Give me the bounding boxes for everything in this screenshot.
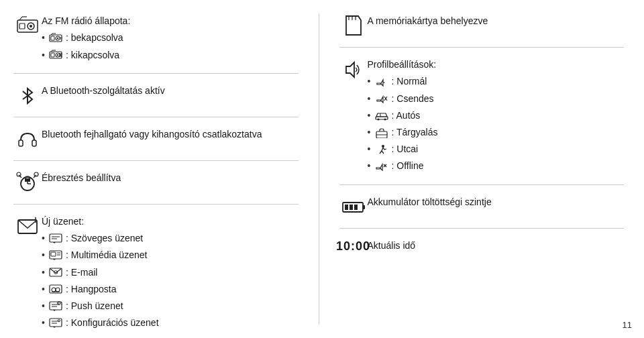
mms-item: : Multimédia üzenet	[42, 247, 299, 264]
section-time: 10:00 Aktuális idő	[339, 238, 625, 264]
alarm-icon	[13, 170, 42, 194]
new-message-list: : Szöveges üzenet : Multi	[42, 230, 299, 331]
fm-radio-content: Az FM rádió állapota:	[42, 13, 299, 64]
push-text: : Push üzenet	[66, 298, 123, 315]
svg-rect-9	[51, 36, 54, 40]
svg-rect-87	[354, 205, 358, 210]
section-bluetooth-active: A Bluetooth-szolgáltatás aktív	[13, 83, 299, 117]
section-bluetooth-device: Bluetooth fejhallgató vagy kihangosító c…	[13, 127, 299, 161]
fm-radio-list: : bekapcsolva	[42, 30, 299, 63]
svg-point-26	[17, 172, 21, 176]
new-message-content: Új üzenet: : Szöveges üzenet	[42, 214, 299, 332]
alarm-title: Ébresztés beállítva	[42, 170, 299, 185]
svg-marker-37	[53, 242, 56, 243]
bluetooth-active-title: A Bluetooth-szolgáltatás aktív	[42, 83, 299, 98]
section-memory-card: A memóriakártya behelyezve	[339, 13, 625, 48]
battery-title: Akkumulátor töltöttségi szintje	[368, 194, 625, 209]
svg-rect-20	[19, 140, 23, 146]
profile-silent-item: : Csendes	[368, 91, 625, 107]
time-value: 10:00	[336, 239, 370, 253]
fm-radio-icon	[13, 13, 42, 38]
svg-point-28	[34, 172, 38, 176]
section-battery: Akkumulátor töltöttségi szintje	[339, 194, 625, 229]
fm-on-text: : bekapcsolva	[66, 30, 123, 46]
profile-car-item: : Autós	[368, 107, 625, 124]
battery-icon	[339, 194, 368, 219]
profile-title: Profilbeállítások:	[368, 57, 625, 72]
section-profile: Profilbeállítások: : Normál	[339, 57, 625, 185]
time-title: Aktuális idő	[368, 238, 625, 253]
profile-offline-text: : Offline	[392, 158, 424, 174]
fm-on-item: : bekapcsolva	[42, 30, 299, 46]
svg-point-74	[377, 119, 379, 121]
profile-offline-item: : Offline	[368, 158, 625, 174]
svg-point-79	[382, 145, 384, 148]
voicemail-item: : Hangposta	[42, 281, 299, 298]
bluetooth-active-content: A Bluetooth-szolgáltatás aktív	[42, 83, 299, 99]
bluetooth-active-icon	[13, 83, 42, 107]
profile-list: : Normál : Csendes	[368, 73, 625, 174]
page-container: Az FM rádió állapota:	[0, 0, 644, 338]
profile-content: Profilbeállítások: : Normál	[368, 57, 625, 175]
svg-rect-85	[345, 205, 348, 210]
profile-normal-item: : Normál	[368, 73, 625, 90]
svg-point-48	[56, 288, 60, 292]
memory-card-icon	[339, 13, 368, 38]
profile-meeting-item: : Tárgyalás	[368, 124, 625, 141]
svg-point-33	[35, 221, 36, 223]
alarm-content: Ébresztés beállítva	[42, 170, 299, 186]
profile-offline-icon	[374, 160, 389, 172]
svg-marker-69	[377, 80, 383, 86]
new-message-icon	[13, 214, 42, 238]
right-column: A memóriakártya behelyezve Profilbeállít…	[319, 13, 625, 325]
svg-rect-3	[19, 23, 25, 29]
time-display-icon: 10:00	[339, 238, 368, 253]
sms-icon	[48, 233, 63, 245]
battery-content: Akkumulátor töltöttségi szintje	[368, 194, 625, 211]
svg-point-8	[57, 38, 58, 39]
memory-card-title: A memóriakártya behelyezve	[368, 13, 625, 28]
profile-silent-icon	[374, 93, 389, 105]
bluetooth-device-icon	[13, 127, 42, 151]
push-item: : Push üzenet	[42, 298, 299, 315]
section-fm-radio: Az FM rádió állapota:	[13, 13, 299, 74]
bluetooth-device-content: Bluetooth fejhallgató vagy kihangosító c…	[42, 127, 299, 143]
section-alarm: Ébresztés beállítva	[13, 170, 299, 205]
memory-card-content: A memóriakártya behelyezve	[368, 13, 625, 30]
section-new-message: Új üzenet: : Szöveges üzenet	[13, 214, 299, 338]
fm-on-icon	[48, 32, 63, 44]
fm-off-item: : kikapcsolva	[42, 47, 299, 64]
svg-marker-80	[376, 164, 382, 170]
fm-off-icon	[48, 49, 63, 61]
profile-outdoor-item: : Utcai	[368, 141, 625, 158]
svg-marker-59	[53, 327, 56, 328]
config-icon	[48, 317, 63, 329]
left-column: Az FM rádió állapota:	[13, 13, 319, 325]
svg-marker-70	[377, 97, 383, 103]
svg-rect-15	[51, 53, 54, 57]
svg-rect-84	[363, 205, 365, 209]
email-item: : E-mail	[42, 264, 299, 281]
svg-marker-68	[346, 62, 354, 77]
svg-rect-86	[350, 205, 353, 210]
svg-marker-53	[53, 310, 56, 311]
time-content: Aktuális idő	[368, 238, 625, 254]
profile-car-text: : Autós	[392, 107, 421, 124]
svg-point-2	[30, 25, 32, 27]
fm-off-text: : kikapcsolva	[66, 47, 119, 64]
svg-rect-21	[32, 140, 36, 146]
profile-meeting-text: : Tárgyalás	[392, 124, 438, 141]
mms-icon	[48, 249, 63, 262]
svg-rect-39	[51, 252, 56, 256]
profile-normal-text: : Normál	[392, 73, 427, 90]
profile-icon	[339, 57, 368, 81]
config-item: : Konfigurációs üzenet	[42, 315, 299, 331]
profile-silent-text: : Csendes	[392, 91, 434, 107]
svg-point-47	[52, 288, 56, 292]
svg-rect-30	[25, 178, 30, 182]
svg-point-75	[384, 119, 386, 121]
svg-rect-34	[50, 234, 62, 242]
bluetooth-device-title: Bluetooth fejhallgató vagy kihangosító c…	[42, 127, 299, 142]
fm-radio-title: Az FM rádió állapota:	[42, 13, 299, 28]
svg-marker-42	[53, 259, 56, 260]
